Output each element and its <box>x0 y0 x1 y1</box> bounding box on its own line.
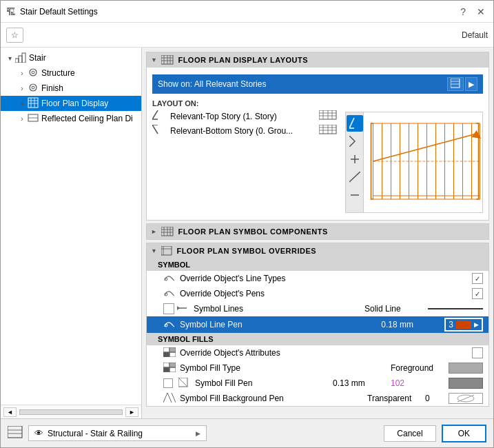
fill-pen-number: 102 <box>391 378 446 388</box>
fill-type-swatch <box>449 363 483 374</box>
symbol-lines-value: Solid Line <box>364 304 420 314</box>
toolbar-left: ☆ <box>6 28 23 43</box>
stair-preview-area <box>345 112 483 213</box>
floor-plan-symbol-overrides-section: ▼ FLOOR PLAN SYMBOL OVERRIDES SYMBOL <box>146 243 489 407</box>
pen-color-swatch <box>456 320 471 329</box>
svg-rect-1 <box>19 56 22 63</box>
symbol-line-pen-icon <box>163 319 177 330</box>
eye-icon: 👁 <box>34 428 43 438</box>
svg-marker-73 <box>177 306 180 310</box>
svg-rect-78 <box>169 352 176 357</box>
tree-item-finish[interactable]: › Finish <box>1 81 141 96</box>
attributes-checkbox[interactable] <box>472 347 483 358</box>
stair-icon <box>14 52 27 64</box>
tree-scroll-right[interactable]: ► <box>125 407 138 417</box>
ok-button[interactable]: OK <box>442 425 486 442</box>
chevron-icon: ▾ <box>17 100 27 108</box>
profile-label: Structural - Stair & Railing <box>48 429 143 438</box>
chevron-icon: › <box>17 85 27 92</box>
help-button[interactable]: ? <box>457 6 469 17</box>
layout-row-top-story: Relevant-Top Story (1. Story) <box>147 109 342 123</box>
svg-line-58 <box>373 134 477 161</box>
floor-plan-symbol-overrides-header[interactable]: ▼ FLOOR PLAN SYMBOL OVERRIDES <box>147 243 488 258</box>
pen-dropdown-arrow-icon[interactable]: ▶ <box>474 321 479 328</box>
floor-plan-symbol-components-header[interactable]: ► FLOOR PLAN SYMBOL COMPONENTS <box>147 224 488 239</box>
titlebar-left: 🏗 Stair Default Settings <box>6 6 98 17</box>
floor-plan-symbol-overrides-label: FLOOR PLAN SYMBOL OVERRIDES <box>176 247 316 255</box>
show-on-bar: Show on: All Relevant Stories ▶ <box>152 74 483 94</box>
svg-rect-20 <box>451 79 460 88</box>
fill-bg-pen-label: Symbol Fill Background Pen <box>180 394 364 403</box>
preview-sidebar <box>346 112 364 212</box>
line-types-checkbox[interactable] <box>472 273 483 284</box>
svg-line-39 <box>349 118 354 128</box>
layout-rows: Relevant-Top Story (1. Story) Rel <box>147 109 342 217</box>
favorite-button[interactable]: ☆ <box>6 28 23 43</box>
layout-row-bottom-story: Relevant-Bottom Story (0. Grou... <box>147 123 342 138</box>
prop-row-line-types: Override Object's Line Types <box>147 271 488 286</box>
chevron-icon: › <box>17 70 27 77</box>
close-button[interactable]: ✕ <box>474 6 488 17</box>
main-content: ▾ Stair › Structure <box>1 48 493 418</box>
tree-item-floor-plan-display[interactable]: ▾ Floor Plan Display <box>1 96 141 111</box>
symbol-line-pen-value: 0.18 mm <box>381 320 436 329</box>
symbol-subsection-header[interactable]: SYMBOL <box>147 258 488 271</box>
bottom-story-icon2 <box>318 125 337 136</box>
bottom-icon <box>8 426 23 441</box>
chevron-icon: › <box>17 115 27 123</box>
pens-label: Override Object's Pens <box>180 289 469 298</box>
svg-point-6 <box>32 86 34 89</box>
cancel-button[interactable]: Cancel <box>384 425 435 442</box>
svg-rect-77 <box>163 352 169 357</box>
tree-item-stair[interactable]: ▾ Stair <box>1 50 141 65</box>
svg-line-85 <box>163 393 167 403</box>
fill-pen-checkbox[interactable] <box>163 378 173 388</box>
preview-btn-4[interactable] <box>347 169 363 185</box>
svg-point-5 <box>30 84 37 91</box>
layout-on-label: LAYOUT ON: <box>147 98 488 109</box>
preview-btn-2[interactable] <box>347 133 363 150</box>
symbol-overrides-icon <box>161 246 172 256</box>
line-types-icon <box>163 273 177 284</box>
reflected-ceiling-icon <box>27 112 39 125</box>
right-panel: ▼ FLOOR PLAN DISPLAY LAYOUTS <box>142 48 493 418</box>
tree-scroll-left[interactable]: ◄ <box>3 407 17 417</box>
show-on-icon-btn2[interactable]: ▶ <box>465 77 477 91</box>
fill-bg-pen-value: Transparent <box>367 394 422 403</box>
svg-rect-79 <box>163 363 169 367</box>
floor-plan-icon <box>27 97 39 110</box>
attributes-label: Override Object's Attributes <box>180 348 469 358</box>
tree-item-structure[interactable]: › Structure <box>1 65 141 81</box>
collapse-arrow-icon: ▼ <box>151 57 157 63</box>
titlebar: 🏗 Stair Default Settings ? ✕ <box>1 1 493 23</box>
preview-btn-3[interactable] <box>347 151 363 167</box>
tree-item-finish-label: Finish <box>41 83 63 93</box>
fill-pen-swatch <box>449 378 483 389</box>
prop-row-symbol-line-pen[interactable]: Symbol Line Pen 0.18 mm 3 ▶ <box>147 316 488 333</box>
default-label: Default <box>462 30 488 40</box>
pens-checkbox[interactable] <box>472 288 483 299</box>
floor-plan-display-layouts-header[interactable]: ▼ FLOOR PLAN DISPLAY LAYOUTS <box>147 52 488 68</box>
symbol-lines-checkbox[interactable] <box>163 303 174 314</box>
preview-btn-5[interactable] <box>347 187 363 203</box>
fill-pen-value: 0.13 mm <box>333 378 388 388</box>
symbol-line-pen-label: Symbol Line Pen <box>180 320 378 329</box>
symbol-fills-subsection-header[interactable]: SYMBOL FILLS <box>147 333 488 345</box>
show-on-icon-btns: ▶ <box>447 77 477 91</box>
attributes-icon <box>163 347 177 358</box>
pen-selector[interactable]: 3 ▶ <box>444 318 483 332</box>
pens-icon <box>163 288 177 299</box>
collapse-arrow-icon2: ▼ <box>151 247 157 254</box>
window-title: Stair Default Settings <box>20 7 98 17</box>
show-on-icon-btn1[interactable] <box>447 77 464 91</box>
fill-type-value: Foreground <box>391 363 446 373</box>
svg-line-86 <box>167 393 172 403</box>
fill-type-label: Symbol Fill Type <box>180 363 388 373</box>
fill-pen-label: Symbol Fill Pen <box>195 378 330 388</box>
tree-scrollbar: ◄ ► <box>1 405 141 418</box>
prop-row-fill-pen: Symbol Fill Pen 0.13 mm 102 <box>147 376 488 391</box>
tree-item-reflected-ceiling[interactable]: › Reflected Ceiling Plan Di <box>1 111 141 126</box>
svg-rect-82 <box>169 367 176 372</box>
profile-selector[interactable]: 👁 Structural - Stair & Railing ▶ <box>28 425 207 441</box>
preview-btn-1[interactable] <box>347 115 363 132</box>
